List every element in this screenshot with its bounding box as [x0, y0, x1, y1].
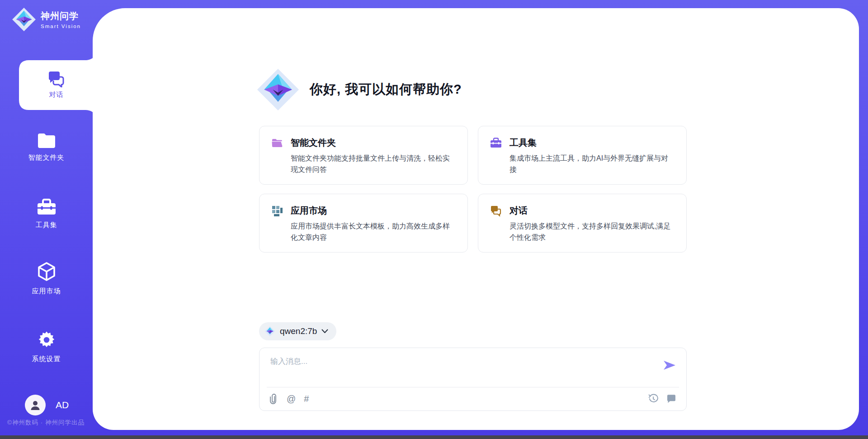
card-title: 工具集 [509, 137, 537, 149]
message-input[interactable] [270, 356, 650, 383]
card-title: 应用市场 [291, 205, 327, 217]
app-window: 你好, 我可以如何帮助你? 智能文件夹 智能文件夹功能支持批量文件上传与清洗，轻… [0, 0, 868, 439]
card-toolset[interactable]: 工具集 集成市场上主流工具，助力AI与外界无缝扩展与对接 [478, 126, 687, 185]
sidebar-item-settings[interactable]: 系统设置 [0, 330, 93, 363]
person-icon [29, 399, 41, 411]
toolbox-icon [37, 198, 57, 215]
hash-icon[interactable]: # [304, 394, 309, 403]
card-app-market[interactable]: 应用市场 应用市场提供丰富长文本模板，助力高效生成多样化文章内容 [259, 194, 468, 253]
at-icon[interactable]: @ [287, 394, 296, 403]
brand-name: 神州问学 [41, 10, 81, 22]
card-desc: 集成市场上主流工具，助力AI与外界无缝扩展与对接 [509, 153, 675, 176]
sidebar-item-label: 应用市场 [0, 287, 93, 296]
comment-icon[interactable] [666, 394, 676, 404]
composer-toolbar: @ # [269, 387, 676, 410]
brand-diamond-icon [256, 68, 300, 111]
model-selector[interactable]: qwen2:7b [259, 322, 336, 340]
user-profile[interactable]: AD [25, 395, 69, 415]
card-desc: 智能文件夹功能支持批量文件上传与清洗，轻松实现文件问答 [291, 153, 456, 176]
sidebar: 神州问学 Smart Vision 对话 智能文件夹 [0, 0, 93, 435]
card-chat[interactable]: 对话 灵活切换多模型文件，支持多样回复效果调试,满足个性化需求 [478, 194, 687, 253]
folder-icon [37, 133, 56, 148]
message-composer: @ # [259, 348, 687, 411]
sidebar-item-label: 智能文件夹 [0, 153, 93, 162]
card-desc: 应用市场提供丰富长文本模板，助力高效生成多样化文章内容 [291, 221, 456, 243]
sidebar-item-label: 工具集 [0, 221, 93, 229]
sidebar-item-app-market[interactable]: 应用市场 [0, 262, 93, 296]
brand-logo: 神州问学 Smart Vision [12, 7, 81, 32]
user-name: AD [56, 400, 69, 410]
brand-diamond-icon [12, 7, 36, 32]
briefcase-icon [490, 137, 502, 149]
card-title: 智能文件夹 [291, 137, 336, 149]
main-panel: 你好, 我可以如何帮助你? 智能文件夹 智能文件夹功能支持批量文件上传与清洗，轻… [93, 8, 859, 430]
avatar [25, 395, 46, 415]
gear-icon [37, 330, 56, 349]
chevron-down-icon [321, 329, 328, 334]
copyright-text: ©神州数码 · 神州问学出品 [7, 419, 85, 427]
cube-icon [37, 262, 56, 282]
card-smart-folder[interactable]: 智能文件夹 智能文件夹功能支持批量文件上传与清洗，轻松实现文件问答 [259, 126, 468, 185]
sidebar-item-label: 系统设置 [0, 355, 93, 363]
folder-open-icon [271, 137, 283, 149]
card-desc: 灵活切换多模型文件，支持多样回复效果调试,满足个性化需求 [509, 221, 675, 243]
grid-cube-icon [271, 205, 283, 217]
sidebar-item-chat[interactable]: 对话 [19, 59, 94, 111]
greeting-text: 你好, 我可以如何帮助你? [310, 81, 462, 99]
model-name: qwen2:7b [280, 326, 317, 336]
chat-bubbles-icon [47, 71, 66, 87]
brand-diamond-icon [264, 326, 275, 337]
greeting-row: 你好, 我可以如何帮助你? [256, 68, 462, 111]
feature-cards: 智能文件夹 智能文件夹功能支持批量文件上传与清洗，轻松实现文件问答 工具集 集成… [259, 126, 687, 253]
send-arrow-icon[interactable] [663, 360, 676, 371]
card-title: 对话 [509, 205, 528, 217]
paperclip-icon[interactable] [269, 393, 278, 404]
history-icon[interactable] [648, 394, 658, 404]
bottom-strip [0, 435, 868, 439]
sidebar-item-label: 对话 [49, 91, 64, 99]
sidebar-item-smart-folder[interactable]: 智能文件夹 [0, 133, 93, 162]
sidebar-item-toolset[interactable]: 工具集 [0, 198, 93, 229]
chat-bubbles-icon [490, 205, 502, 217]
brand-subtitle: Smart Vision [41, 24, 81, 29]
